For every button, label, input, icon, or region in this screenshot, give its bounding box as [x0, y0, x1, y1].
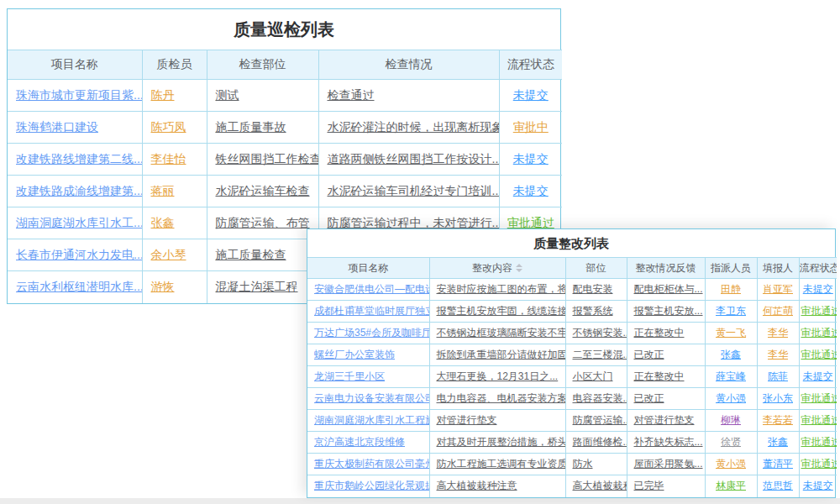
- rectification-row: 万达广场35#会所及咖啡厅空...不锈钢边框玻璃隔断安装不牢...不锈钢安装..…: [307, 323, 837, 344]
- project-name-link[interactable]: 龙湖三千里小区: [314, 370, 385, 382]
- rectify-content-cell: 电力电容器、电机器安装方案,...: [429, 388, 565, 410]
- project-name-link-cell: 湖南洞庭湖水库引水工...: [8, 207, 142, 239]
- inspection-situation-cell: 水泥砼灌注的时候，出现离析现象: [318, 112, 499, 144]
- project-name-link[interactable]: 京沪高速北京段维修: [314, 436, 405, 448]
- project-name-link[interactable]: 湖南洞庭湖水库引水工...: [16, 216, 142, 229]
- quality-rectification-panel: 质量整改列表 项目名称 整改内容 部位 整改情况反馈 指派人员 填报人 流程状态…: [307, 228, 836, 498]
- rectify-status-badge-cell: 审批通过: [799, 454, 837, 475]
- assignee-name-cell: 徐贤: [705, 432, 757, 454]
- rectify-feedback-cell: 正在整改中: [627, 323, 705, 344]
- reporter-name-cell: 张鑫: [757, 432, 799, 454]
- assignee-name-cell: 薛宝峰: [705, 366, 757, 388]
- assignee-name-cell: 黄小强: [705, 454, 757, 475]
- rectify-part-cell: 配电安装: [565, 279, 627, 301]
- inspection-row: 珠海鹤港口建设陈巧凤施工质量事故水泥砼灌注的时候，出现离析现象审批中: [8, 112, 562, 144]
- inspection-status-badge: 未提交: [513, 152, 549, 165]
- reporter-name-cell: 李华: [757, 323, 799, 344]
- rectify-status-badge: 审批通过: [801, 327, 837, 339]
- assignee-name: 张鑫: [721, 349, 741, 360]
- assignee-name-cell: 张鑫: [705, 344, 757, 366]
- rectify-feedback-cell: 报警主机安放...: [627, 301, 705, 323]
- rectify-feedback: 报警主机安放...: [634, 305, 703, 317]
- project-name-link-cell: 云南水利枢纽潜明水库...: [8, 271, 142, 303]
- inspection-row: 改建铁路成渝线增建第...蒋丽水泥砼运输车检查水泥砼运输车司机经过专门培训...…: [8, 176, 562, 207]
- rectification-row: 湖南洞庭湖水库引水工程施工I标对管进行垫支防腐管运输...对管进行垫支柳琳李若若…: [307, 410, 837, 432]
- inspector-name-cell: 张鑫: [142, 207, 207, 239]
- inspection-location: 防腐管运输、布管: [216, 216, 310, 229]
- inspection-situation-cell: 道路两侧铁丝网围挡工作按设计...: [318, 144, 499, 176]
- project-name-link[interactable]: 螺丝厂办公室装饰: [314, 349, 395, 360]
- project-name-link[interactable]: 云南水利枢纽潜明水库...: [16, 280, 142, 293]
- assignee-name-cell: 柳琳: [705, 410, 757, 432]
- inspection-header-row: 项目名称 质检员 检查部位 检查情况 流程状态: [8, 50, 562, 80]
- project-name-link-cell: 螺丝厂办公室装饰: [307, 344, 429, 366]
- reporter-name: 张鑫: [768, 436, 788, 448]
- inspection-situation-cell: 水泥砼运输车司机经过专门培训...: [318, 176, 499, 207]
- rectify-feedback-cell: 屋面采用聚氨...: [627, 454, 705, 475]
- inspection-situation: 水泥砼灌注的时候，出现离析现象: [328, 120, 500, 134]
- rectify-status-badge: 审批通过: [801, 392, 837, 404]
- project-name-link[interactable]: 长春市伊通河水力发电...: [16, 248, 142, 261]
- rectification-row: 螺丝厂办公室装饰拆除到承重墙部分请做好加固...二至三楼混...已改正张鑫李华审…: [307, 344, 837, 366]
- rectification-col-content[interactable]: 整改内容: [429, 258, 565, 279]
- rectification-table-body: 安徽合肥供电公司—配电设备...安装时应按施工图的布置，将...配电安装配电柜柜…: [307, 279, 837, 497]
- inspection-situation-cell: 检查通过: [318, 80, 499, 112]
- rectify-feedback: 正在整改中: [634, 327, 685, 339]
- rectify-part-cell: 二至三楼混...: [565, 344, 627, 366]
- project-name-link[interactable]: 珠海鹤港口建设: [16, 120, 98, 134]
- inspector-name-cell: 余小琴: [142, 239, 207, 271]
- rectify-feedback-cell: 对管进行垫支: [627, 410, 705, 432]
- rectification-row: 京沪高速北京段维修对其及时开展整治措施，桥头...路面维修检...补齐缺失标志.…: [307, 432, 837, 454]
- inspection-status-badge: 审批通过: [507, 216, 554, 229]
- project-name-link[interactable]: 云南电力设备安装有限公司20...: [314, 392, 429, 404]
- reporter-name-cell: 张小东: [757, 388, 799, 410]
- reporter-name: 李华: [768, 327, 788, 339]
- inspection-situation: 防腐管运输过程中，未对管进行...: [328, 216, 500, 229]
- rectify-status-badge: 未提交: [803, 480, 833, 491]
- rectification-row: 重庆太极制药有限公司毫州中...防水工程施工选调有专业资质...防水屋面采用聚氨…: [307, 454, 837, 475]
- project-name-link[interactable]: 珠海市城市更新项目紫...: [16, 88, 142, 102]
- rectify-status-badge-cell: 未提交: [799, 279, 837, 301]
- rectify-feedback: 已完毕: [634, 480, 664, 491]
- assignee-name-cell: 李卫东: [705, 301, 757, 323]
- rectify-feedback-cell: 已改正: [627, 388, 705, 410]
- project-name-link[interactable]: 重庆太极制药有限公司毫州中...: [314, 458, 429, 470]
- rectify-part: 不锈钢安装...: [573, 327, 627, 339]
- reporter-name: 张小东: [763, 392, 793, 404]
- inspection-location-cell: 铁丝网围挡工作检查: [207, 144, 318, 176]
- project-name-link-cell: 珠海市城市更新项目紫...: [8, 80, 142, 112]
- rectify-part-cell: 报警系统: [565, 301, 627, 323]
- inspection-location-cell: 混凝土沟渠工程: [207, 271, 318, 303]
- project-name-link-cell: 重庆太极制药有限公司毫州中...: [307, 454, 429, 475]
- rectify-content-cell: 防水工程施工选调有专业资质...: [429, 454, 565, 475]
- project-name-link[interactable]: 成都杜甫草堂临时展厅独立展...: [314, 305, 429, 317]
- rectify-status-badge-cell: 审批通过: [799, 410, 837, 432]
- assignee-name-cell: 林康平: [705, 475, 757, 497]
- project-name-link[interactable]: 重庆市鹅岭公园绿化景观提升...: [314, 480, 429, 491]
- rectify-part: 防腐管运输...: [573, 414, 627, 426]
- project-name-link[interactable]: 湖南洞庭湖水库引水工程施工I标: [314, 414, 429, 426]
- inspection-status-badge-cell: 未提交: [499, 176, 562, 207]
- inspector-name-cell: 陈巧凤: [142, 112, 207, 144]
- rectification-col-feedback: 整改情况反馈: [627, 258, 705, 279]
- assignee-name: 李卫东: [716, 305, 746, 317]
- project-name-link-cell: 改建铁路线增建第二线...: [8, 144, 142, 176]
- reporter-name-cell: 董清平: [757, 454, 799, 475]
- project-name-link[interactable]: 改建铁路线增建第二线...: [16, 152, 142, 165]
- rectify-status-badge-cell: 审批通过: [799, 344, 837, 366]
- reporter-name-cell: 陈菲: [757, 366, 799, 388]
- rectify-feedback: 已改正: [634, 392, 664, 404]
- project-name-link[interactable]: 万达广场35#会所及咖啡厅空...: [314, 327, 429, 339]
- inspector-name: 蒋丽: [151, 184, 175, 197]
- sort-icon[interactable]: [516, 262, 522, 274]
- rectify-part-cell: 小区大门: [565, 366, 627, 388]
- project-name-link[interactable]: 改建铁路成渝线增建第...: [16, 184, 142, 197]
- assignee-name: 田静: [721, 283, 741, 295]
- inspection-col-project: 项目名称: [8, 50, 142, 80]
- inspection-location-cell: 施工质量检查: [207, 239, 318, 271]
- rectify-status-badge-cell: 审批通过: [799, 388, 837, 410]
- inspector-name-cell: 游恢: [142, 271, 207, 303]
- rectification-col-content-label: 整改内容: [472, 262, 512, 274]
- project-name-link[interactable]: 安徽合肥供电公司—配电设备...: [314, 283, 429, 295]
- inspection-status-badge: 审批中: [513, 120, 549, 134]
